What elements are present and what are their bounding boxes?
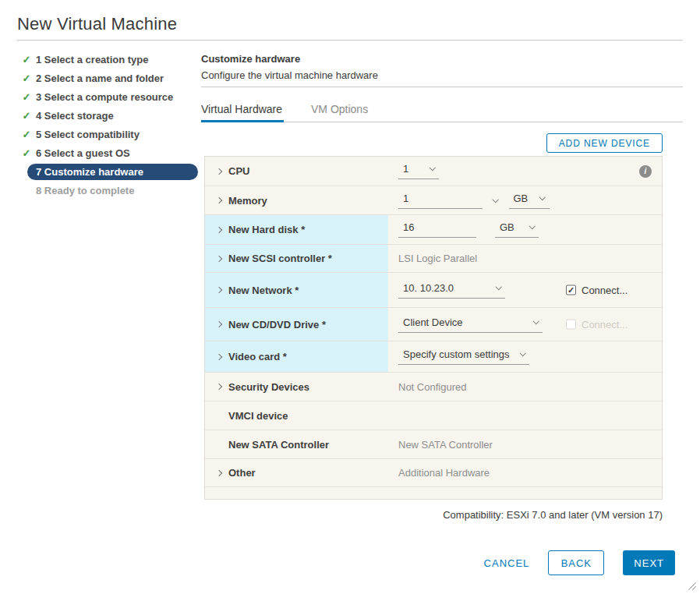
sata-controller-value: New SATA Controller: [398, 439, 493, 451]
hard-disk-unit-select[interactable]: GB: [495, 221, 539, 238]
new-vm-wizard-dialog: { "window": { "title": "New Virtual Mach…: [0, 0, 700, 594]
network-connect-checkbox[interactable]: ✓ Connect...: [566, 285, 628, 296]
pane-title: Customize hardware: [201, 53, 300, 65]
sidebar-step-4[interactable]: ✓ 4 Select storage: [17, 106, 198, 125]
cd-dvd-select[interactable]: Client Device: [398, 316, 543, 333]
expand-chevron-icon[interactable]: [216, 168, 222, 174]
checkbox-unchecked-icon: [566, 320, 576, 330]
step-label: 5 Select compatibility: [36, 129, 140, 140]
step-label: 2 Select a name and folder: [36, 72, 164, 84]
add-new-device-button[interactable]: ADD NEW DEVICE: [546, 133, 663, 153]
row-memory: Memory 1 GB: [205, 186, 662, 215]
hard-disk-size-input[interactable]: 16: [398, 221, 476, 238]
row-new-sata-controller: New SATA Controller New SATA Controller: [205, 430, 662, 459]
step-label: 7 Customize hardware: [36, 166, 143, 178]
step-label: 1 Select a creation type: [36, 54, 149, 65]
hardware-tabs: Virtual Hardware VM Options: [201, 101, 683, 122]
video-card-select[interactable]: Specify custom settings: [398, 348, 529, 365]
expand-chevron-icon[interactable]: [216, 226, 222, 232]
back-button[interactable]: BACK: [548, 550, 604, 575]
sidebar-step-1[interactable]: ✓ 1 Select a creation type: [17, 50, 198, 69]
cancel-button[interactable]: CANCEL: [484, 557, 530, 569]
other-value: Additional Hardware: [398, 467, 490, 479]
row-security-label-cell[interactable]: Security Devices: [205, 373, 388, 401]
row-other-label-cell[interactable]: Other: [205, 459, 388, 486]
step-label: 4 Select storage: [36, 110, 114, 122]
sidebar-step-7-active[interactable]: ✓ 7 Customize hardware: [27, 164, 198, 180]
table-filler-row: [205, 487, 662, 499]
check-icon: ✓: [17, 110, 36, 122]
check-icon: ✓: [17, 129, 36, 140]
pane-subtitle: Configure the virtual machine hardware: [201, 69, 378, 81]
cd-dvd-connect-checkbox: Connect...: [566, 319, 628, 331]
expand-chevron-icon[interactable]: [216, 384, 222, 390]
memory-unit-value: GB: [514, 193, 529, 204]
row-new-scsi-controller: New SCSI controller * LSI Logic Parallel: [205, 245, 662, 273]
hard-disk-unit-value: GB: [500, 221, 514, 233]
chevron-down-icon: [519, 350, 525, 356]
row-label: New Hard disk *: [228, 224, 305, 235]
expand-chevron-icon[interactable]: [216, 287, 222, 293]
page-title: New Virtual Machine: [17, 14, 177, 34]
row-security-devices: Security Devices Not Configured: [205, 373, 662, 401]
row-label: Security Devices: [228, 381, 309, 393]
expand-chevron-icon[interactable]: [216, 255, 222, 261]
row-label: New SATA Controller: [228, 439, 329, 451]
next-button[interactable]: NEXT: [623, 550, 675, 575]
memory-unit-select[interactable]: GB: [509, 193, 550, 209]
expand-chevron-icon[interactable]: [216, 353, 222, 359]
row-other: Other Additional Hardware: [205, 459, 662, 487]
step-label: 6 Select a guest OS: [36, 147, 130, 159]
memory-size-input[interactable]: 1: [398, 193, 483, 209]
row-scsi-label-cell[interactable]: New SCSI controller *: [205, 245, 388, 272]
sidebar-step-6[interactable]: ✓ 6 Select a guest OS: [17, 143, 198, 162]
cd-dvd-value: Client Device: [403, 316, 463, 328]
row-label: CPU: [228, 165, 249, 177]
row-network-label-cell[interactable]: New Network *: [205, 273, 388, 307]
network-select[interactable]: 10. 10.23.0: [398, 282, 505, 299]
chevron-down-icon: [529, 223, 535, 229]
row-label: VMCI device: [228, 410, 288, 422]
row-label: New Network *: [228, 285, 299, 296]
step-label: 3 Select a compute resource: [36, 91, 173, 103]
row-cpu: CPU 1 i: [205, 157, 662, 186]
sidebar-step-5[interactable]: ✓ 5 Select compatibility: [17, 125, 198, 143]
row-cpu-label-cell[interactable]: CPU: [205, 157, 388, 186]
resize-handle-icon[interactable]: [688, 582, 696, 590]
sidebar-step-2[interactable]: ✓ 2 Select a name and folder: [17, 69, 198, 87]
row-video-card-label-cell[interactable]: Video card *: [205, 341, 388, 372]
cpu-count-select[interactable]: 1: [398, 163, 439, 179]
checkbox-label: Connect...: [582, 319, 628, 331]
chevron-down-icon: [429, 164, 435, 171]
expand-chevron-icon[interactable]: [216, 469, 222, 476]
expand-chevron-icon[interactable]: [216, 321, 222, 327]
tab-vm-options[interactable]: VM Options: [311, 101, 369, 122]
sidebar-step-3[interactable]: ✓ 3 Select a compute resource: [17, 87, 198, 106]
row-label: Other: [228, 467, 256, 479]
tab-virtual-hardware[interactable]: Virtual Hardware: [201, 101, 284, 122]
row-vmci-device: VMCI device: [205, 401, 662, 430]
scsi-controller-value: LSI Logic Parallel: [398, 253, 477, 264]
row-label: Video card *: [228, 351, 287, 362]
row-new-hard-disk: New Hard disk * 16 GB: [205, 215, 662, 245]
pane-divider: [201, 87, 683, 87]
wizard-steps-sidebar: ✓ 1 Select a creation type ✓ 2 Select a …: [17, 50, 198, 200]
chevron-down-icon: [539, 194, 546, 200]
hardware-table: CPU 1 i Memory 1 GB New Hard disk *: [204, 156, 663, 500]
chevron-down-icon[interactable]: [493, 196, 499, 203]
row-new-network: New Network * 10. 10.23.0 ✓ Connect...: [205, 273, 662, 308]
row-cd-dvd-label-cell[interactable]: New CD/DVD Drive *: [205, 308, 388, 341]
row-hard-disk-label-cell[interactable]: New Hard disk *: [205, 215, 388, 244]
expand-chevron-icon[interactable]: [216, 197, 222, 203]
row-vmci-label-cell: VMCI device: [205, 401, 388, 430]
row-memory-label-cell[interactable]: Memory: [205, 186, 388, 214]
info-icon[interactable]: i: [639, 165, 652, 178]
cpu-count-value: 1: [403, 163, 408, 175]
check-icon: ✓: [17, 72, 36, 84]
video-card-value: Specify custom settings: [403, 348, 510, 360]
chevron-down-icon: [495, 284, 501, 290]
check-icon: ✓: [17, 54, 36, 65]
row-label: Memory: [228, 195, 267, 207]
chevron-down-icon: [532, 318, 539, 324]
row-label: New SCSI controller *: [228, 253, 332, 264]
